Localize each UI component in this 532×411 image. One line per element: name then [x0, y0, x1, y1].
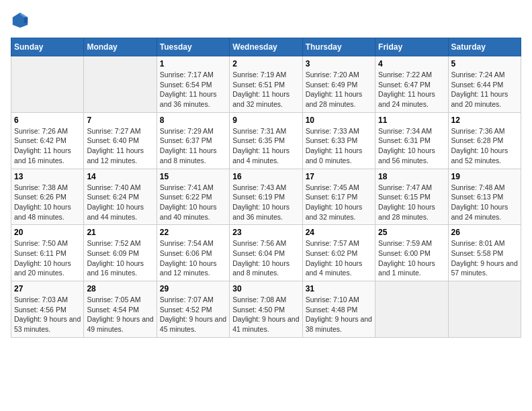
day-number: 22 — [160, 228, 226, 237]
calendar-cell: 11Sunrise: 7:34 AMSunset: 6:31 PMDayligh… — [375, 112, 448, 169]
calendar-cell: 4Sunrise: 7:22 AMSunset: 6:47 PMDaylight… — [375, 56, 448, 113]
calendar-cell: 9Sunrise: 7:31 AMSunset: 6:35 PMDaylight… — [230, 112, 302, 169]
weekday-header-wednesday: Wednesday — [230, 38, 302, 56]
day-detail: Sunrise: 7:22 AMSunset: 6:47 PMDaylight:… — [378, 70, 445, 109]
day-detail: Sunrise: 7:33 AMSunset: 6:33 PMDaylight:… — [306, 126, 372, 166]
day-number: 24 — [306, 228, 372, 237]
calendar-cell — [11, 56, 84, 113]
calendar-cell: 13Sunrise: 7:38 AMSunset: 6:26 PMDayligh… — [11, 169, 84, 225]
calendar-week-4: 20Sunrise: 7:50 AMSunset: 6:11 PMDayligh… — [11, 225, 521, 281]
day-detail: Sunrise: 7:57 AMSunset: 6:02 PMDaylight:… — [306, 238, 372, 278]
calendar-cell: 3Sunrise: 7:20 AMSunset: 6:49 PMDaylight… — [302, 56, 375, 113]
logo — [11, 11, 32, 30]
day-detail: Sunrise: 7:20 AMSunset: 6:49 PMDaylight:… — [306, 70, 372, 109]
calendar-week-1: 1Sunrise: 7:17 AMSunset: 6:54 PMDaylight… — [11, 56, 521, 113]
day-detail: Sunrise: 7:50 AMSunset: 6:11 PMDaylight:… — [14, 238, 81, 278]
calendar-cell: 18Sunrise: 7:47 AMSunset: 6:15 PMDayligh… — [375, 169, 448, 225]
calendar-cell: 25Sunrise: 7:59 AMSunset: 6:00 PMDayligh… — [375, 225, 448, 281]
calendar-cell — [448, 281, 521, 338]
day-detail: Sunrise: 7:47 AMSunset: 6:15 PMDaylight:… — [378, 183, 445, 222]
day-number: 20 — [14, 228, 81, 237]
day-number: 7 — [87, 116, 153, 125]
day-number: 25 — [378, 228, 445, 237]
day-number: 1 — [160, 59, 226, 68]
day-number: 13 — [14, 172, 81, 181]
day-number: 21 — [87, 228, 153, 237]
day-detail: Sunrise: 7:08 AMSunset: 4:50 PMDaylight:… — [232, 295, 299, 334]
day-detail: Sunrise: 7:54 AMSunset: 6:06 PMDaylight:… — [160, 238, 226, 278]
day-number: 11 — [378, 116, 445, 125]
calendar-cell: 7Sunrise: 7:27 AMSunset: 6:40 PMDaylight… — [84, 112, 157, 169]
day-detail: Sunrise: 7:59 AMSunset: 6:00 PMDaylight:… — [378, 238, 445, 278]
day-number: 5 — [451, 59, 518, 68]
calendar-cell: 10Sunrise: 7:33 AMSunset: 6:33 PMDayligh… — [302, 112, 375, 169]
day-number: 10 — [306, 116, 372, 125]
day-detail: Sunrise: 7:07 AMSunset: 4:52 PMDaylight:… — [160, 295, 226, 334]
day-detail: Sunrise: 7:56 AMSunset: 6:04 PMDaylight:… — [232, 238, 299, 278]
day-number: 26 — [451, 228, 518, 237]
day-detail: Sunrise: 8:01 AMSunset: 5:58 PMDaylight:… — [451, 238, 518, 278]
calendar-cell: 5Sunrise: 7:24 AMSunset: 6:44 PMDaylight… — [448, 56, 521, 113]
day-number: 14 — [87, 172, 153, 181]
day-detail: Sunrise: 7:43 AMSunset: 6:19 PMDaylight:… — [232, 183, 299, 222]
day-detail: Sunrise: 7:19 AMSunset: 6:51 PMDaylight:… — [232, 70, 299, 109]
calendar-week-3: 13Sunrise: 7:38 AMSunset: 6:26 PMDayligh… — [11, 169, 521, 225]
calendar-cell — [375, 281, 448, 338]
day-number: 31 — [306, 284, 372, 293]
calendar-cell: 22Sunrise: 7:54 AMSunset: 6:06 PMDayligh… — [157, 225, 229, 281]
day-detail: Sunrise: 7:34 AMSunset: 6:31 PMDaylight:… — [378, 126, 445, 166]
weekday-header-friday: Friday — [375, 38, 448, 56]
calendar-cell: 16Sunrise: 7:43 AMSunset: 6:19 PMDayligh… — [230, 169, 302, 225]
day-detail: Sunrise: 7:48 AMSunset: 6:13 PMDaylight:… — [451, 183, 518, 222]
calendar-cell: 20Sunrise: 7:50 AMSunset: 6:11 PMDayligh… — [11, 225, 84, 281]
calendar-week-5: 27Sunrise: 7:03 AMSunset: 4:56 PMDayligh… — [11, 281, 521, 338]
weekday-header-thursday: Thursday — [302, 38, 375, 56]
day-number: 29 — [160, 284, 226, 293]
calendar-cell: 27Sunrise: 7:03 AMSunset: 4:56 PMDayligh… — [11, 281, 84, 338]
day-number: 2 — [232, 59, 299, 68]
day-number: 9 — [232, 116, 299, 125]
calendar-cell: 8Sunrise: 7:29 AMSunset: 6:37 PMDaylight… — [157, 112, 229, 169]
day-number: 27 — [14, 284, 81, 293]
day-number: 17 — [306, 172, 372, 181]
day-detail: Sunrise: 7:17 AMSunset: 6:54 PMDaylight:… — [160, 70, 226, 109]
day-detail: Sunrise: 7:10 AMSunset: 4:48 PMDaylight:… — [306, 295, 372, 334]
day-detail: Sunrise: 7:52 AMSunset: 6:09 PMDaylight:… — [87, 238, 153, 278]
calendar-cell: 19Sunrise: 7:48 AMSunset: 6:13 PMDayligh… — [448, 169, 521, 225]
calendar-cell: 1Sunrise: 7:17 AMSunset: 6:54 PMDaylight… — [157, 56, 229, 113]
calendar-cell: 14Sunrise: 7:40 AMSunset: 6:24 PMDayligh… — [84, 169, 157, 225]
day-number: 19 — [451, 172, 518, 181]
day-detail: Sunrise: 7:26 AMSunset: 6:42 PMDaylight:… — [14, 126, 81, 166]
day-number: 12 — [451, 116, 518, 125]
day-detail: Sunrise: 7:05 AMSunset: 4:54 PMDaylight:… — [87, 295, 153, 334]
calendar-cell: 6Sunrise: 7:26 AMSunset: 6:42 PMDaylight… — [11, 112, 84, 169]
day-detail: Sunrise: 7:31 AMSunset: 6:35 PMDaylight:… — [232, 126, 299, 166]
calendar-cell: 2Sunrise: 7:19 AMSunset: 6:51 PMDaylight… — [230, 56, 302, 113]
day-detail: Sunrise: 7:38 AMSunset: 6:26 PMDaylight:… — [14, 183, 81, 222]
calendar-cell: 23Sunrise: 7:56 AMSunset: 6:04 PMDayligh… — [230, 225, 302, 281]
calendar-cell: 12Sunrise: 7:36 AMSunset: 6:28 PMDayligh… — [448, 112, 521, 169]
calendar-cell: 17Sunrise: 7:45 AMSunset: 6:17 PMDayligh… — [302, 169, 375, 225]
calendar-cell: 15Sunrise: 7:41 AMSunset: 6:22 PMDayligh… — [157, 169, 229, 225]
day-detail: Sunrise: 7:27 AMSunset: 6:40 PMDaylight:… — [87, 126, 153, 166]
calendar-cell: 24Sunrise: 7:57 AMSunset: 6:02 PMDayligh… — [302, 225, 375, 281]
day-detail: Sunrise: 7:41 AMSunset: 6:22 PMDaylight:… — [160, 183, 226, 222]
day-number: 28 — [87, 284, 153, 293]
weekday-header-sunday: Sunday — [11, 38, 84, 56]
day-number: 4 — [378, 59, 445, 68]
calendar-table: SundayMondayTuesdayWednesdayThursdayFrid… — [11, 38, 521, 338]
weekday-header-monday: Monday — [84, 38, 157, 56]
day-number: 3 — [306, 59, 372, 68]
day-number: 16 — [232, 172, 299, 181]
day-detail: Sunrise: 7:36 AMSunset: 6:28 PMDaylight:… — [451, 126, 518, 166]
calendar-cell: 31Sunrise: 7:10 AMSunset: 4:48 PMDayligh… — [302, 281, 375, 338]
day-detail: Sunrise: 7:29 AMSunset: 6:37 PMDaylight:… — [160, 126, 226, 166]
day-number: 15 — [160, 172, 226, 181]
day-detail: Sunrise: 7:24 AMSunset: 6:44 PMDaylight:… — [451, 70, 518, 109]
page-header — [11, 11, 521, 30]
day-detail: Sunrise: 7:40 AMSunset: 6:24 PMDaylight:… — [87, 183, 153, 222]
calendar-cell: 26Sunrise: 8:01 AMSunset: 5:58 PMDayligh… — [448, 225, 521, 281]
calendar-cell: 21Sunrise: 7:52 AMSunset: 6:09 PMDayligh… — [84, 225, 157, 281]
calendar-cell: 29Sunrise: 7:07 AMSunset: 4:52 PMDayligh… — [157, 281, 229, 338]
calendar-cell: 30Sunrise: 7:08 AMSunset: 4:50 PMDayligh… — [230, 281, 302, 338]
